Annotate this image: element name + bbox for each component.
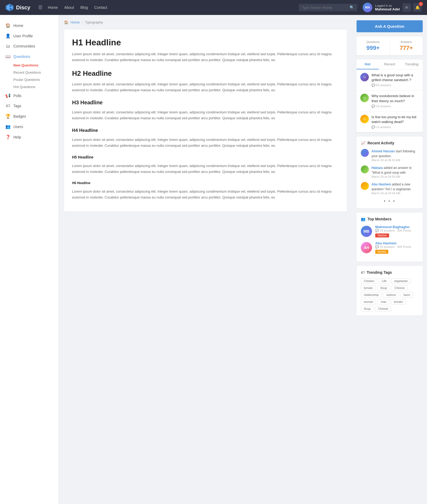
tag-soup-2[interactable]: Soup bbox=[361, 306, 374, 311]
sidebar-item-tags[interactable]: 🏷 Tags bbox=[0, 101, 58, 111]
member-avatar-1: MB bbox=[361, 226, 372, 237]
sidebar-item-new-questions[interactable]: New Questions bbox=[13, 62, 58, 69]
member-item-2: AH Abu Hashem 💬 20 answers 945 Points Ne… bbox=[361, 241, 418, 254]
act-content-1: Ahmed Hassan start following your questi… bbox=[371, 149, 418, 162]
sidebar-label-communities: Communities bbox=[13, 44, 35, 48]
tag-cheese-1[interactable]: Cheese bbox=[392, 285, 408, 291]
tab-recent[interactable]: Recent bbox=[379, 59, 401, 69]
act-user-3[interactable]: Abu Hashem bbox=[371, 182, 391, 186]
notification-icon-button[interactable]: 🔔 3 bbox=[413, 3, 422, 12]
sidebar-item-communities[interactable]: 🗂 Communities bbox=[0, 41, 58, 51]
help-icon: ❓ bbox=[5, 134, 11, 140]
member-badge-2: Newbie bbox=[375, 250, 388, 254]
member-meta-1: 💬 14 answers 300 Points bbox=[375, 229, 411, 232]
answers-label: Answers bbox=[394, 40, 419, 43]
right-sidebar: Ask A Question Questions 999+ Answers 77… bbox=[352, 15, 427, 504]
nav-home[interactable]: Home bbox=[48, 5, 58, 10]
tag-woman[interactable]: woman bbox=[361, 299, 376, 304]
recent-activity-label: Recent Activity bbox=[367, 141, 394, 145]
tag-soup-1[interactable]: Soup bbox=[377, 285, 390, 291]
sidebar-item-help[interactable]: ❓ Help bbox=[0, 132, 58, 142]
home-icon: 🏠 bbox=[5, 23, 11, 28]
sidebar-label-user-profile: User Profile bbox=[13, 34, 33, 38]
act-user-2[interactable]: Habaza bbox=[371, 166, 383, 170]
sidebar-item-user-profile[interactable]: 👤 User Profile bbox=[0, 31, 58, 41]
sidebar-item-recent-questions[interactable]: Recent Questions bbox=[13, 69, 58, 76]
act-user-1[interactable]: Ahmed Hassan bbox=[371, 149, 395, 153]
tag-tomato-1[interactable]: tomato bbox=[361, 285, 376, 291]
avatar: MA bbox=[363, 3, 372, 12]
sidebar-item-users[interactable]: 👥 Users bbox=[0, 121, 58, 132]
tag-relationship[interactable]: relationship bbox=[361, 292, 382, 297]
answers-stat: Answers 777+ bbox=[390, 37, 423, 55]
sidebar-item-home[interactable]: 🏠 Home bbox=[0, 20, 58, 31]
activity-more-dots[interactable]: • • • bbox=[361, 199, 418, 204]
tag-chicken[interactable]: Chicken bbox=[361, 278, 377, 284]
nav-blog[interactable]: Blog bbox=[80, 5, 88, 10]
ask-question-button[interactable]: Ask A Question bbox=[357, 20, 423, 32]
member-meta-2: 💬 20 answers 945 Points bbox=[375, 245, 411, 249]
activity-item-1: Ahmed Hassan start following your questi… bbox=[361, 149, 418, 162]
brand-logo[interactable]: Discy bbox=[5, 3, 30, 12]
hamburger-icon[interactable]: ☰ bbox=[38, 5, 42, 10]
member-name-1[interactable]: Mahmoud Baghagho bbox=[375, 225, 411, 229]
members-icon: 👥 bbox=[361, 217, 365, 221]
recent-activity-card: 📈 Recent Activity Ahmed Hassan start fol… bbox=[357, 137, 423, 208]
heading-h6: H6 Headline bbox=[72, 181, 339, 185]
act-text-3: Abu Hashem added a new question "Am I a … bbox=[371, 182, 418, 192]
sidebar-item-questions[interactable]: 📖 Questions bbox=[0, 51, 58, 62]
sidebar-item-polls[interactable]: 📢 Polls bbox=[0, 90, 58, 101]
tag-harm[interactable]: harm bbox=[401, 292, 413, 297]
tag-violince[interactable]: violince bbox=[383, 292, 399, 297]
trending-tags-label: Trending Tags bbox=[367, 270, 392, 275]
username: Mahmoud Adel bbox=[375, 7, 400, 11]
tab-hot[interactable]: Hot bbox=[357, 59, 379, 69]
sidebar-label-badges: Badges bbox=[13, 114, 26, 118]
heading-h2: H2 Headline bbox=[72, 69, 339, 78]
search-input[interactable] bbox=[302, 6, 350, 10]
sidebar-item-badges[interactable]: 🏆 Badges bbox=[0, 111, 58, 121]
stats-card: Questions 999+ Answers 777+ bbox=[357, 37, 423, 55]
mail-icon-button[interactable]: ✉ bbox=[402, 3, 411, 12]
badges-icon: 🏆 bbox=[5, 114, 11, 119]
communities-icon: 🗂 bbox=[5, 44, 11, 49]
q-avatar-1: U bbox=[360, 73, 369, 81]
search-icon: 🔍 bbox=[350, 5, 354, 10]
heading-h1: H1 Headline bbox=[72, 38, 339, 47]
search-bar[interactable]: 🔍 bbox=[299, 4, 357, 11]
main-content: 🏠 Home / Typography H1 Headline Lorem ip… bbox=[59, 15, 352, 504]
tag-cheese-2[interactable]: Cheese bbox=[375, 306, 391, 311]
question-item-3[interactable]: U Is five too young to let my kid watch … bbox=[357, 112, 423, 132]
user-info: Logged in as Mahmoud Adel bbox=[375, 4, 400, 11]
tag-man[interactable]: man bbox=[378, 299, 389, 304]
breadcrumb-current: Typography bbox=[85, 20, 103, 24]
trending-tags-title: 🏷 Trending Tags bbox=[361, 270, 418, 275]
answers-value: 777+ bbox=[394, 45, 419, 51]
sidebar-item-popular-questions[interactable]: Poular Questions bbox=[13, 76, 58, 83]
nav-contact[interactable]: Contact bbox=[94, 5, 107, 10]
tag-life[interactable]: Life bbox=[379, 278, 390, 284]
act-content-3: Abu Hashem added a new question "Am I a … bbox=[371, 182, 418, 195]
act-avatar-3 bbox=[361, 182, 369, 190]
breadcrumb-home-link[interactable]: Home bbox=[70, 20, 80, 24]
tag-vegetarian[interactable]: vegetarian bbox=[391, 278, 411, 284]
para-h6: Lorem ipsum dolor sit amet, consectetur … bbox=[72, 189, 339, 200]
nav-about[interactable]: About bbox=[64, 5, 74, 10]
para-h1: Lorem ipsum dolor sit amet, consectetur … bbox=[72, 51, 339, 63]
question-item-2[interactable]: U Why evolutionists believe in their the… bbox=[357, 90, 423, 111]
breadcrumb: 🏠 Home / Typography bbox=[64, 20, 347, 24]
left-sidebar: 🏠 Home 👤 User Profile 🗂 Communities 📖 Qu… bbox=[0, 15, 59, 504]
tags-icon: 🏷 bbox=[5, 104, 11, 108]
trending-tags-card: 🏷 Trending Tags Chicken Life vegetarian … bbox=[357, 266, 423, 316]
tab-trending[interactable]: Trending bbox=[401, 59, 423, 69]
member-name-2[interactable]: Abu Hashem bbox=[375, 241, 411, 245]
sidebar-item-hot-questions[interactable]: Hot Questions bbox=[13, 83, 58, 90]
tag-tomato-2[interactable]: tomato bbox=[391, 299, 406, 304]
users-icon: 👥 bbox=[5, 124, 11, 129]
logged-in-label: Logged in as bbox=[375, 4, 400, 7]
question-item-1[interactable]: U What is a good soup with a grilled che… bbox=[357, 70, 423, 90]
sidebar-label-questions: Questions bbox=[13, 54, 30, 59]
breadcrumb-home-icon: 🏠 bbox=[64, 20, 68, 24]
act-time-1: March 26 at 06:10 AM bbox=[371, 158, 418, 162]
navbar: Discy ☰ Home About Blog Contact 🔍 MA Log… bbox=[0, 0, 427, 15]
